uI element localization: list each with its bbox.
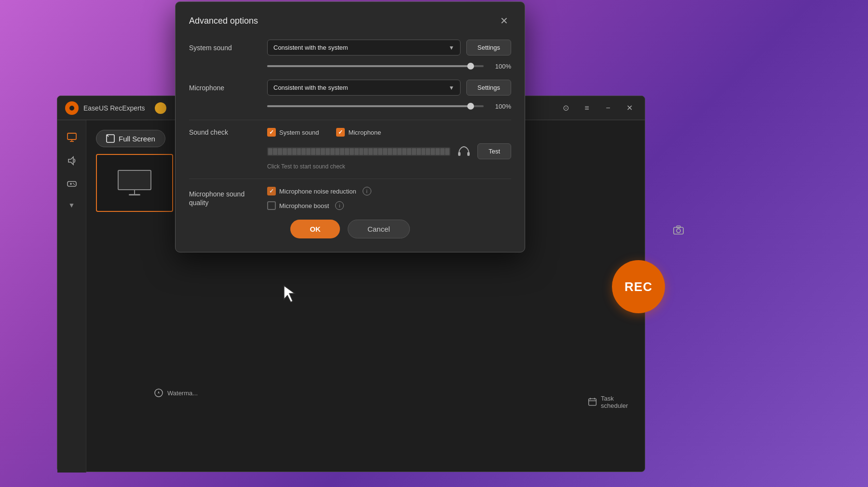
system-sound-settings-btn[interactable]: Settings bbox=[466, 40, 511, 56]
advanced-options-dialog: Advanced options ✕ System sound Consiste… bbox=[175, 1, 525, 252]
cancel-btn[interactable]: Cancel bbox=[348, 220, 410, 238]
app-logo bbox=[65, 101, 79, 115]
microphone-volume-value: 100% bbox=[489, 103, 511, 110]
svg-rect-19 bbox=[467, 152, 470, 156]
headphone-icon bbox=[456, 144, 472, 159]
title-dot bbox=[155, 102, 166, 114]
menu-btn[interactable]: ≡ bbox=[579, 100, 595, 116]
system-sound-checkbox[interactable]: ✓ bbox=[267, 128, 276, 137]
microphone-volume-row: 100% bbox=[189, 101, 511, 111]
svg-point-11 bbox=[677, 229, 680, 233]
system-sound-select[interactable]: Consistent with the system ▼ bbox=[267, 40, 461, 56]
svg-point-7 bbox=[73, 183, 74, 184]
close-btn[interactable]: ✕ bbox=[622, 100, 637, 116]
full-screen-mode-btn[interactable]: Full Screen bbox=[96, 130, 165, 147]
system-sound-volume-value: 100% bbox=[489, 63, 511, 70]
dialog-footer: OK Cancel bbox=[189, 220, 511, 238]
app-controls: ⊙ ≡ − ✕ bbox=[558, 100, 637, 116]
system-sound-slider[interactable] bbox=[267, 61, 484, 71]
microphone-dropdown-arrow: ▼ bbox=[448, 84, 454, 91]
microphone-settings-btn[interactable]: Settings bbox=[466, 80, 511, 96]
divider-2 bbox=[189, 179, 511, 179]
system-sound-row: System sound Consistent with the system … bbox=[189, 40, 511, 56]
noise-reduction-label: Microphone noise reduction bbox=[279, 188, 356, 195]
microphone-label: Microphone bbox=[189, 84, 261, 92]
mic-boost-checkbox-item[interactable]: Microphone boost i bbox=[267, 201, 511, 210]
screen-preview[interactable] bbox=[96, 154, 173, 212]
dialog-title: Advanced options bbox=[189, 16, 258, 26]
mic-boost-info-icon[interactable]: i bbox=[335, 201, 344, 210]
sound-check-label: Sound check bbox=[189, 128, 261, 136]
dialog-titlebar: Advanced options ✕ bbox=[189, 14, 511, 28]
system-sound-volume-row: 100% bbox=[189, 61, 511, 71]
noise-reduction-info-icon[interactable]: i bbox=[363, 187, 371, 195]
test-btn[interactable]: Test bbox=[477, 143, 511, 159]
sound-check-row: Sound check ✓ System sound ✓ Microphone bbox=[189, 128, 511, 137]
svg-rect-12 bbox=[677, 226, 680, 228]
system-sound-checkbox-item[interactable]: ✓ System sound bbox=[267, 128, 319, 137]
mic-boost-checkbox[interactable] bbox=[267, 201, 276, 210]
watermark-item[interactable]: Waterma... bbox=[154, 372, 198, 414]
svg-rect-13 bbox=[589, 399, 597, 405]
mic-quality-label: Microphone sound quality bbox=[189, 190, 261, 207]
sound-meter bbox=[267, 147, 450, 156]
monitor-icon bbox=[115, 170, 154, 196]
system-sound-label: System sound bbox=[189, 44, 261, 52]
ok-btn[interactable]: OK bbox=[290, 220, 340, 238]
sidebar-item-display[interactable] bbox=[62, 128, 81, 147]
sound-meter-row: Test bbox=[189, 143, 511, 159]
sidebar-expand-arrow[interactable]: ▼ bbox=[62, 197, 81, 213]
svg-rect-0 bbox=[68, 133, 76, 139]
svg-rect-18 bbox=[458, 152, 461, 156]
app-title: EaseUS RecExperts bbox=[83, 104, 145, 112]
sidebar-item-sound[interactable] bbox=[62, 151, 81, 170]
microphone-select[interactable]: Consistent with the system ▼ bbox=[267, 80, 461, 96]
svg-marker-3 bbox=[68, 157, 73, 165]
mic-boost-label: Microphone boost bbox=[279, 202, 329, 209]
sidebar: ▼ bbox=[57, 120, 86, 473]
svg-rect-10 bbox=[674, 227, 683, 234]
microphone-checkbox[interactable]: ✓ bbox=[336, 128, 345, 137]
screenshot-icon[interactable] bbox=[670, 222, 687, 239]
noise-reduction-checkbox-item[interactable]: ✓ Microphone noise reduction i bbox=[267, 187, 511, 195]
microphone-slider[interactable] bbox=[267, 101, 484, 111]
noise-reduction-row: Microphone sound quality ✓ Microphone no… bbox=[189, 187, 511, 210]
microphone-row: Microphone Consistent with the system ▼ … bbox=[189, 80, 511, 96]
noise-reduction-checkbox[interactable]: ✓ bbox=[267, 187, 276, 195]
sidebar-item-game[interactable] bbox=[62, 174, 81, 194]
target-btn[interactable]: ⊙ bbox=[558, 100, 573, 116]
click-test-hint: Click Test to start sound check bbox=[189, 163, 511, 170]
task-scheduler[interactable]: Task scheduler bbox=[588, 371, 637, 433]
mic-quality-section: Microphone sound quality ✓ Microphone no… bbox=[189, 187, 511, 210]
minimize-btn[interactable]: − bbox=[600, 100, 616, 116]
system-sound-dropdown-arrow: ▼ bbox=[448, 44, 454, 51]
dialog-close-btn[interactable]: ✕ bbox=[497, 14, 511, 28]
microphone-checkbox-item[interactable]: ✓ Microphone bbox=[336, 128, 381, 137]
microphone-checkbox-label: Microphone bbox=[348, 129, 381, 136]
system-sound-checkbox-label: System sound bbox=[279, 129, 319, 136]
svg-point-8 bbox=[74, 184, 75, 185]
divider-1 bbox=[189, 120, 511, 120]
rec-button[interactable]: REC bbox=[612, 260, 665, 313]
